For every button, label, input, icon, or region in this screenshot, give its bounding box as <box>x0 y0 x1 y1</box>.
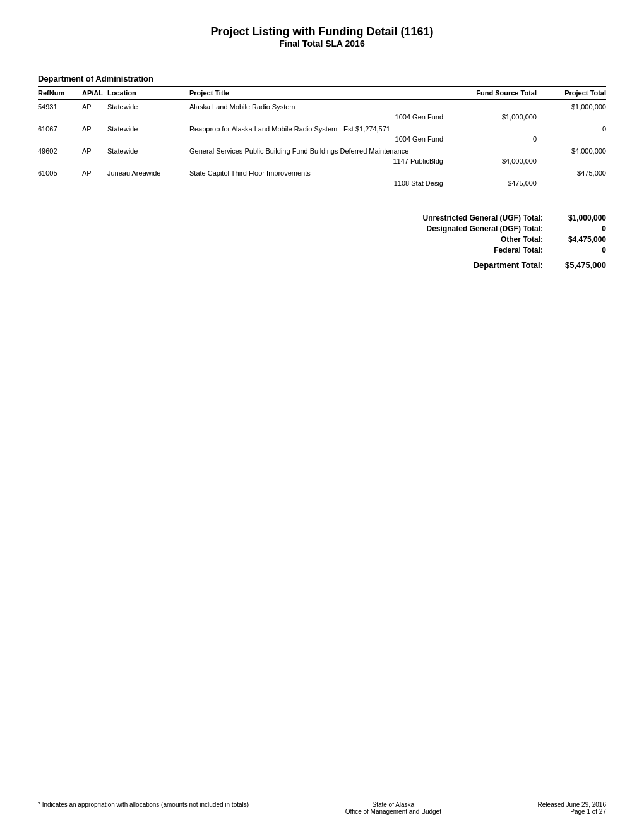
proj-refnum: 61067 <box>38 125 82 133</box>
col-header-project-total: Project Total <box>537 89 606 97</box>
report-title: Project Listing with Funding Detail (116… <box>38 25 606 39</box>
federal-total-label: Federal Total: <box>366 246 543 255</box>
projects-container: 54931 AP Statewide Alaska Land Mobile Ra… <box>38 100 606 188</box>
fund-line-row: 1004 Gen Fund 0 <box>38 134 606 144</box>
report-subtitle: Final Total SLA 2016 <box>38 39 606 49</box>
col-header-location: Location <box>107 89 189 97</box>
other-total-value: $4,475,000 <box>543 235 606 244</box>
fund-line-row: 1147 PublicBldg $4,000,000 <box>38 156 606 166</box>
footer-center-line1: State of Alaska <box>345 801 441 808</box>
fund-line-row: 1004 Gen Fund $1,000,000 <box>38 112 606 122</box>
proj-refnum: 54931 <box>38 103 82 111</box>
proj-project-total: $475,000 <box>537 169 606 177</box>
fund-line-amount: 0 <box>448 135 537 143</box>
footer-right-line2: Page 1 of 27 <box>538 808 606 815</box>
fund-line-spacer <box>537 157 606 165</box>
ugf-total-label: Unrestricted General (UGF) Total: <box>366 214 543 222</box>
ugf-total-value: $1,000,000 <box>543 214 606 222</box>
federal-total-value: 0 <box>543 246 606 255</box>
footer-center-line2: Office of Management and Budget <box>345 808 441 815</box>
dgf-total-label: Designated General (DGF) Total: <box>366 224 543 233</box>
col-header-fund-source-total: Fund Source Total <box>448 89 537 97</box>
proj-apal: AP <box>82 147 107 155</box>
table-row: 49602 AP Statewide General Services Publ… <box>38 144 606 156</box>
fund-line-spacer <box>537 113 606 121</box>
table-header-row: RefNum AP/AL Location Project Title Fund… <box>38 86 606 100</box>
other-total-row: Other Total: $4,475,000 <box>366 235 606 244</box>
department-name: Department of Administration <box>38 74 606 83</box>
footer-left-text: * Indicates an appropriation with alloca… <box>38 801 249 815</box>
dept-total-row: Department Total: $5,475,000 <box>366 260 606 270</box>
fund-line-row: 1108 Stat Desig $475,000 <box>38 178 606 188</box>
fund-line-label: 1004 Gen Fund <box>360 113 448 121</box>
proj-apal: AP <box>82 125 107 133</box>
proj-project-total: $4,000,000 <box>537 147 606 155</box>
dept-total-value: $5,475,000 <box>543 260 606 270</box>
summary-section: Unrestricted General (UGF) Total: $1,000… <box>38 214 606 272</box>
fund-line-spacer <box>537 135 606 143</box>
table-row: 54931 AP Statewide Alaska Land Mobile Ra… <box>38 100 606 112</box>
proj-apal: AP <box>82 169 107 177</box>
fund-line-amount: $1,000,000 <box>448 113 537 121</box>
proj-location: Statewide <box>107 125 189 133</box>
proj-title: State Capitol Third Floor Improvements <box>189 169 448 177</box>
page-footer: * Indicates an appropriation with alloca… <box>38 801 606 815</box>
fund-line-amount: $4,000,000 <box>448 157 537 165</box>
proj-refnum: 61005 <box>38 169 82 177</box>
proj-location: Statewide <box>107 147 189 155</box>
report-header: Project Listing with Funding Detail (116… <box>38 25 606 49</box>
dgf-total-row: Designated General (DGF) Total: 0 <box>366 224 606 233</box>
page: Project Listing with Funding Detail (116… <box>0 0 644 834</box>
department-section: Department of Administration RefNum AP/A… <box>38 74 606 188</box>
proj-project-total: 0 <box>537 125 606 133</box>
col-header-project-title: Project Title <box>189 89 448 97</box>
proj-title: Reapprop for Alaska Land Mobile Radio Sy… <box>189 125 448 133</box>
proj-project-total: $1,000,000 <box>537 103 606 111</box>
fund-line-label: 1147 PublicBldg <box>360 157 448 165</box>
fund-line-label: 1004 Gen Fund <box>360 135 448 143</box>
proj-location: Juneau Areawide <box>107 169 189 177</box>
col-header-refnum: RefNum <box>38 89 82 97</box>
proj-location: Statewide <box>107 103 189 111</box>
proj-apal: AP <box>82 103 107 111</box>
footer-center: State of Alaska Office of Management and… <box>345 801 441 815</box>
fund-line-amount: $475,000 <box>448 179 537 187</box>
table-row: 61005 AP Juneau Areawide State Capitol T… <box>38 166 606 178</box>
fund-line-label: 1108 Stat Desig <box>360 179 448 187</box>
dept-total-label: Department Total: <box>366 260 543 270</box>
proj-title: Alaska Land Mobile Radio System <box>189 103 448 111</box>
ugf-total-row: Unrestricted General (UGF) Total: $1,000… <box>366 214 606 222</box>
federal-total-row: Federal Total: 0 <box>366 246 606 255</box>
footer-right: Released June 29, 2016 Page 1 of 27 <box>538 801 606 815</box>
dgf-total-value: 0 <box>543 224 606 233</box>
fund-line-spacer <box>537 179 606 187</box>
footer-right-line1: Released June 29, 2016 <box>538 801 606 808</box>
table-row: 61067 AP Statewide Reapprop for Alaska L… <box>38 122 606 134</box>
proj-title: General Services Public Building Fund Bu… <box>189 147 448 155</box>
proj-refnum: 49602 <box>38 147 82 155</box>
col-header-apal: AP/AL <box>82 89 107 97</box>
other-total-label: Other Total: <box>366 235 543 244</box>
